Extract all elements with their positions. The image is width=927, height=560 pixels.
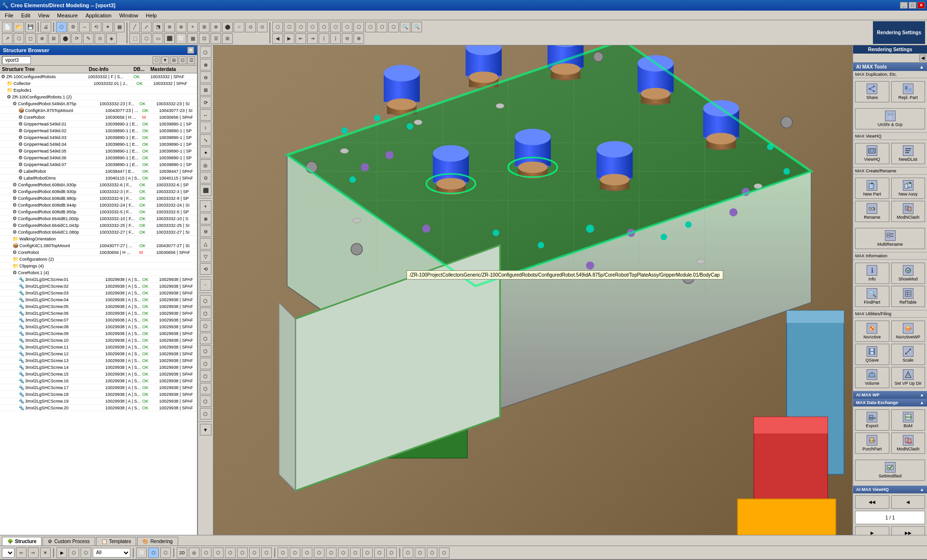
tree-row[interactable]: ⚙ CoreRobot 10030656 | H ... M 10030656 … [0, 114, 197, 121]
toolbar-d8[interactable]: ⊕ [211, 22, 221, 32]
toolbar-d6[interactable]: + [187, 22, 198, 32]
toolbar-r2-9[interactable]: ⊙ [95, 33, 105, 44]
toolbar-dr2[interactable]: ⬡ [141, 33, 152, 44]
tree-row[interactable]: ⚙ ConfiguredRobot.664idC1.080p 10033332-… [0, 229, 197, 236]
tree-row[interactable]: ⚙ ConfiguredRobot.608idA.930p 10033332-6… [0, 182, 197, 188]
left-btn-4[interactable]: ⊞ [200, 84, 211, 96]
browser-btn5[interactable]: ☰ [187, 56, 195, 64]
toolbar-d5[interactable]: ⊕ [176, 22, 186, 32]
tree-row[interactable]: 🔩 3mxl2LgSHCScrew.04 10029938 | A | S...… [0, 296, 197, 303]
tree-row[interactable]: ⚙ ConfiguredRobot.608idB.950p 10033332-5… [0, 209, 197, 215]
tree-row[interactable]: 🔩 3mxl2LgSHCScrew.16 10029938 | A | S...… [0, 378, 197, 384]
tree-row[interactable]: 🔩 3mxl2LgSHCScrew.12 10029938 | A | S...… [0, 350, 197, 357]
toolbar-vr5[interactable]: ⟨ [319, 33, 329, 44]
toolbar-new[interactable]: 📄 [2, 22, 13, 32]
noactive-button[interactable]: NoActive [855, 321, 889, 342]
toolbar-r2-10[interactable]: ◈ [106, 33, 117, 44]
tree-row[interactable]: 📦 ConfigKitA.875TopMount 10043077-23 | .… [0, 107, 197, 114]
close-button[interactable]: ✕ [917, 2, 925, 9]
left-btn-30[interactable]: ▼ [200, 424, 211, 435]
toolbar-v3[interactable]: ⬡ [295, 22, 306, 32]
left-btn-29[interactable]: ⬡ [200, 408, 211, 420]
browser-btn3[interactable]: ⊞ [170, 56, 178, 64]
left-btn-10[interactable]: ◎ [200, 159, 211, 171]
tree-row[interactable]: ⚙ ZR-100ConfiguredRobots 10033332 | F | … [0, 73, 197, 80]
cmd-more4[interactable]: ⬡ [314, 547, 324, 558]
cmd-final2[interactable]: ⬡ [415, 547, 425, 558]
toolbar-d1[interactable]: ╱ [129, 22, 140, 32]
viewhq-nav-next[interactable]: ▶ [855, 526, 889, 535]
menu-help[interactable]: Help [143, 12, 160, 19]
left-btn-17[interactable]: ▽ [200, 251, 211, 262]
tab-structure[interactable]: 🌳 Structure [2, 537, 42, 546]
cmd-more8[interactable]: ⬡ [362, 547, 373, 558]
left-btn-20[interactable]: ⬡ [200, 295, 211, 307]
left-btn-23[interactable]: ⬡ [200, 333, 211, 344]
tree-row[interactable]: 🔩 3mxl2LgSHCScrew.10 10029938 | A | S...… [0, 337, 197, 344]
tree-row[interactable]: 🔩 3mxl2LgSHCScrew.15 10029938 | A | S...… [0, 371, 197, 378]
command-input[interactable] [2, 548, 14, 558]
toolbar-dr6[interactable]: ▩ [187, 33, 198, 44]
cmd-more1[interactable]: ⬡ [278, 547, 288, 558]
tree-row[interactable]: ⚙ ConfiguredRobot.664idB1.000p 10033332-… [0, 215, 197, 222]
browser-btn1[interactable]: ⬡ [153, 56, 160, 64]
tree-row[interactable]: ⚙ CoreRobot 10030656 | H ... M 10030656 … [0, 249, 197, 256]
modnclash-button[interactable]: ! ModNClash [891, 201, 926, 222]
menu-edit[interactable]: Edit [18, 12, 33, 19]
minimize-button[interactable]: _ [900, 2, 908, 9]
tree-row[interactable]: 🔩 3mxl2LgSHCScrew.08 10029938 | A | S...… [0, 323, 197, 330]
toolbar-dr3[interactable]: ▭ [153, 33, 163, 44]
viewport[interactable]: /ZR-100ProjectCollectorsGeneric/ZR-100Co… [213, 45, 852, 535]
cmd-view5[interactable]: ⬡ [249, 547, 260, 558]
toolbar-dr8[interactable]: ☰ [211, 33, 221, 44]
cmd-btn1[interactable]: ⬜ [136, 547, 147, 558]
cmd-more6[interactable]: ⬡ [338, 547, 349, 558]
viewhq-nav-left[interactable]: ◀◀ [855, 495, 889, 509]
tree-row[interactable]: 🔩 3mxl2LgSHCScrew.20 10029938 | A | S...… [0, 405, 197, 411]
toolbar-v10[interactable]: ⬡ [377, 22, 387, 32]
tree-row[interactable]: 🔩 3mxl2LgSHCScrew.14 10029938 | A | S...… [0, 364, 197, 371]
toolbar-v12[interactable]: 🔍 [400, 22, 410, 32]
tab-rendering[interactable]: 🎨 Rendering [137, 537, 178, 546]
toolbar-dr7[interactable]: ⊡ [199, 33, 210, 44]
left-btn-24[interactable]: ⬡ [200, 345, 211, 357]
left-btn-7[interactable]: ↕ [200, 122, 211, 133]
left-btn-14[interactable]: ⊕ [200, 213, 211, 224]
left-btn-25[interactable]: ⬡ [200, 358, 211, 369]
toolbar-v8[interactable]: ⬡ [353, 22, 364, 32]
toolbar-d3[interactable]: ⬔ [153, 22, 163, 32]
cmd-more3[interactable]: ⬡ [302, 547, 312, 558]
tab-custom-process[interactable]: ⚙ Custom Process [42, 537, 95, 546]
browser-btn4[interactable]: ⊡ [179, 56, 186, 64]
toolbar-v11[interactable]: ⬡ [388, 22, 399, 32]
cmd-more9[interactable]: ⬡ [374, 547, 385, 558]
tree-row[interactable]: 🔩 3mxl2LgSHCScrew.03 10029938 | A | S...… [0, 290, 197, 296]
toolbar-d4[interactable]: ⊕ [164, 22, 175, 32]
toolbar-d9[interactable]: ⬤ [222, 22, 233, 32]
tree-row[interactable]: 📁 Collector 10033332.01 | J... OK 100333… [0, 80, 197, 87]
noactivewp-button[interactable]: WP NoActiveWP [891, 321, 926, 342]
cmd-final1[interactable]: ⬡ [403, 547, 413, 558]
tree-row[interactable]: 🔩 3mxl2LgSHCScrew.09 10029938 | A | S...… [0, 330, 197, 337]
cmd-more2[interactable]: ⬡ [290, 547, 300, 558]
tree-row[interactable]: ⚙ ConfiguredRobot.664idC1.043p 10033332-… [0, 222, 197, 229]
toolbar-select[interactable]: ⬡ [56, 22, 67, 32]
viewhq-nav-prev[interactable]: ◀ [891, 495, 926, 509]
left-btn-13[interactable]: + [200, 200, 211, 212]
tree-row[interactable]: 📦 ConfigKitC1.080TopMount 10043077-27 | … [0, 242, 197, 249]
multirename-button[interactable]: MultiRename [855, 228, 925, 249]
toolbar-open[interactable]: 📂 [14, 22, 24, 32]
toolbar-r2-1[interactable]: ↗ [2, 33, 13, 44]
browser-tab[interactable]: vport3 [2, 56, 31, 64]
menu-view[interactable]: View [35, 12, 53, 19]
toolbar-print[interactable]: 🖨 [41, 22, 51, 32]
cmd-3d-btn[interactable]: ◎ [189, 547, 199, 558]
cmd-view2[interactable]: ⬡ [213, 547, 224, 558]
unshr-grp-button[interactable]: UnShr & Grp [855, 108, 925, 129]
tree-row[interactable]: 📁 Explode1 [0, 87, 197, 94]
left-btn-11[interactable]: ⊙ [200, 172, 211, 183]
findpart-button[interactable]: 🔍 FindPart [855, 286, 889, 307]
toolbar-v7[interactable]: ⬡ [342, 22, 352, 32]
rename-button[interactable]: Rename [855, 201, 889, 222]
left-btn-21[interactable]: ⬡ [200, 308, 211, 319]
